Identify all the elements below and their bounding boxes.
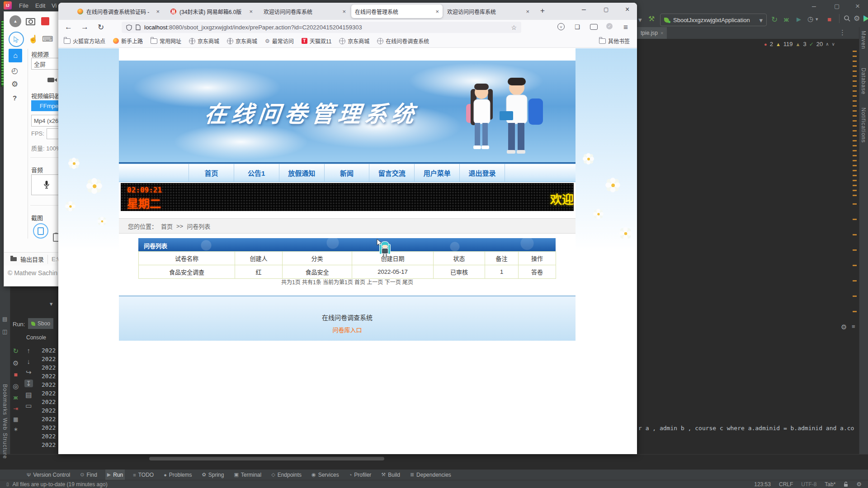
run-with-coverage-button[interactable]: ▶ xyxy=(797,16,801,23)
sidebar-history-icon[interactable]: ◴ xyxy=(11,66,18,75)
browser-tab-1[interactable]: 在线问卷调查系统验证码 - × xyxy=(74,5,163,18)
screenshot-file-button[interactable] xyxy=(33,223,48,239)
editor-tab[interactable]: tpie.jsp × xyxy=(637,27,667,39)
chat-bubble-icon[interactable] xyxy=(590,24,598,30)
tool-stripe-database[interactable]: Database xyxy=(860,68,867,94)
console-tab[interactable]: Console xyxy=(26,334,46,341)
toolwindow-spring[interactable]: ✿Spring xyxy=(200,469,226,480)
back-button[interactable]: ← xyxy=(65,23,72,32)
rerun-icon[interactable]: ↻ xyxy=(13,347,19,355)
sidebar-help-icon[interactable]: ? xyxy=(13,94,17,102)
sidebar-home-tab[interactable]: ⌂ xyxy=(9,49,22,62)
next-problem-icon[interactable]: ∨ xyxy=(832,42,835,47)
line-ending[interactable]: CRLF xyxy=(779,481,793,488)
tool-stripe-web[interactable]: Web xyxy=(2,418,8,430)
ide-menu-edit[interactable]: Edit xyxy=(35,2,45,9)
microphone-select[interactable] xyxy=(31,174,62,195)
exit-icon[interactable]: ⇥ xyxy=(13,405,18,412)
settings-gear-icon[interactable]: ⚙ xyxy=(854,15,860,22)
rerun-button[interactable]: ↻ xyxy=(771,15,778,24)
tool-stripe-bookmarks[interactable]: Bookmarks xyxy=(2,384,8,415)
pagination[interactable]: 共为1页 共有1条 当前为第1页 首页 上一页 下一页 尾页 xyxy=(119,278,576,286)
toolwindow-version-control[interactable]: ΨVersion Control xyxy=(25,469,72,480)
stripe-commit-icon[interactable]: ▤ xyxy=(2,316,7,322)
profiler-caret-icon[interactable]: ▾ xyxy=(816,17,818,22)
screenshot-camera-icon[interactable] xyxy=(26,18,35,25)
window-maximize-button[interactable]: ▢ xyxy=(604,6,609,13)
tab-close-icon[interactable]: × xyxy=(342,8,346,15)
nav-user-menu[interactable]: 用户菜单 xyxy=(414,164,459,182)
new-tab-button[interactable]: + xyxy=(540,6,545,15)
layout-icon[interactable]: ▦ xyxy=(13,417,18,422)
nav-notice[interactable]: 公告1 xyxy=(234,164,279,182)
ide-menu-view[interactable]: Vi xyxy=(52,2,57,9)
status-gear-icon[interactable]: ⚙ xyxy=(856,481,862,488)
bookmark-item[interactable]: 新手上路 xyxy=(113,37,143,45)
toolbar-dropdown-caret-icon[interactable]: ▾ xyxy=(638,16,642,23)
screenshot-icon[interactable]: ◎ xyxy=(13,383,19,389)
page-info-icon[interactable] xyxy=(136,24,141,30)
inspections-widget[interactable]: ●2 ▲119 ▲3 ✓20 ∧ ∨ xyxy=(764,41,835,47)
bookmark-star-icon[interactable]: ☆ xyxy=(511,24,517,31)
nav-news[interactable]: 新闻 xyxy=(324,164,369,182)
output-folder-icon[interactable] xyxy=(10,257,17,261)
clicks-toggle-icon[interactable]: ☝ xyxy=(28,34,38,44)
collapsed-chevron-icon[interactable]: ▾ xyxy=(50,301,53,307)
tool-stripe-structure[interactable]: Structure xyxy=(2,433,8,459)
toolwindow-find[interactable]: ⊙Find xyxy=(78,469,99,480)
sidebar-settings-icon[interactable]: ⚙ xyxy=(11,80,18,89)
console-output[interactable]: 20222022 20222022 20222022 20222022 2022… xyxy=(42,346,56,449)
down-stack-icon[interactable]: ↓ xyxy=(27,358,31,365)
tab-close-icon[interactable]: × xyxy=(435,8,439,15)
ide-restore-button[interactable]: ▢ xyxy=(834,3,840,9)
breadcrumb-home-link[interactable]: 首页 xyxy=(161,222,173,230)
bookmark-item[interactable]: T天猫双11 xyxy=(302,37,331,45)
tab-close-icon[interactable]: × xyxy=(156,8,160,15)
panel-gear-icon[interactable]: ⚙ xyxy=(841,324,847,330)
pin-icon[interactable]: ∗ xyxy=(14,427,18,432)
stop-icon[interactable]: ■ xyxy=(14,371,17,378)
print-icon[interactable]: ▤ xyxy=(25,391,32,398)
toolwindow-services[interactable]: ◉Services xyxy=(310,469,341,480)
toolwindow-build[interactable]: ⚒Build xyxy=(379,469,402,480)
app-menu-icon[interactable]: ≡ xyxy=(623,23,628,32)
window-close-button[interactable]: × xyxy=(625,5,629,14)
toolwindow-todo[interactable]: ≡TODO xyxy=(131,469,156,480)
nav-message-board[interactable]: 留言交流 xyxy=(369,164,414,182)
debug-restart-icon[interactable]: ж xyxy=(14,394,18,401)
shield-icon[interactable] xyxy=(126,24,132,31)
answer-link[interactable]: 答卷 xyxy=(519,265,556,279)
toolwindow-endpoints[interactable]: ◇Endpoints xyxy=(269,469,303,480)
tray-button[interactable]: ▲ xyxy=(9,15,21,27)
toolwindow-profiler[interactable]: ◔Profiler xyxy=(347,469,373,480)
nav-home[interactable]: 首页 xyxy=(189,164,234,182)
editor-surface[interactable] xyxy=(637,39,859,454)
run-configuration-select[interactable]: SbootJxxgzxwjglxtApplication ▾ xyxy=(660,14,767,26)
url-bar[interactable]: localhost:8080/sboot_jxxgzxwjglxt/index/… xyxy=(122,22,521,33)
nav-logout[interactable]: 退出登录 xyxy=(459,164,505,182)
toolwindow-dependencies[interactable]: ≣Dependencies xyxy=(408,469,453,480)
toolwindow-run[interactable]: ▶Run xyxy=(105,469,125,480)
sync-check-icon[interactable]: ✓ xyxy=(606,23,613,29)
indent-style[interactable]: Tab* xyxy=(825,481,835,488)
browser-tab-3[interactable]: 欢迎访问问卷库系统 × xyxy=(260,5,349,18)
keystrokes-toggle-icon[interactable]: ⌨ xyxy=(42,34,53,44)
window-minimize-button[interactable]: – xyxy=(582,5,586,14)
browser-tab-2[interactable]: 易 (34封未读) 网易邮箱6.0版 × xyxy=(167,5,256,18)
search-everywhere-icon[interactable] xyxy=(844,15,851,22)
reload-button[interactable]: ↻ xyxy=(98,23,104,32)
pocket-icon[interactable]: v xyxy=(557,23,565,30)
bookmark-item[interactable]: 火狐官方站点 xyxy=(64,37,105,45)
ide-close-button[interactable]: × xyxy=(855,2,860,10)
editor-error-stripe[interactable] xyxy=(853,51,857,200)
caret-position[interactable]: 123:53 xyxy=(754,481,771,488)
horizontal-scrollbar[interactable] xyxy=(149,457,384,460)
build-hammer-icon[interactable]: ⚒ xyxy=(648,14,655,23)
output-dir-label[interactable]: 输出目录 xyxy=(20,255,44,263)
editor-error-stripe-lower[interactable] xyxy=(853,203,857,325)
up-stack-icon[interactable]: ↑ xyxy=(27,347,31,354)
profiler-button[interactable]: ◷ xyxy=(807,15,813,22)
scroll-to-end-icon[interactable]: ↧ xyxy=(24,380,33,387)
tab-close-icon[interactable]: × xyxy=(249,8,253,15)
tab-options-kebab-icon[interactable]: ⋮ xyxy=(839,29,846,36)
